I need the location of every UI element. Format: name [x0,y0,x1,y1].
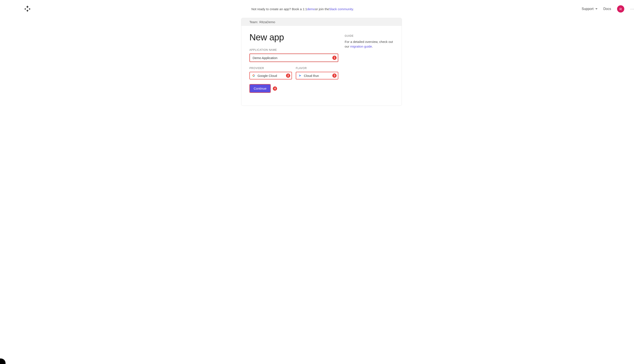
app-name-label: APPLICATION NAME [250,48,338,52]
more-icon[interactable]: ⋯ [630,6,634,11]
google-cloud-icon [252,74,255,77]
svg-marker-0 [299,74,301,77]
docs-link[interactable]: Docs [603,7,611,11]
provider-select[interactable]: Google Cloud [250,72,292,79]
guide-text-suffix: . [372,44,373,48]
annotation-badge-1: 1 [332,56,337,60]
cloud-run-icon [298,74,302,77]
banner-suffix: . [353,7,354,11]
flavor-label: FLAVOR [296,67,338,70]
banner-prefix: Not ready to create an app? Book a 1:1 [251,7,307,11]
avatar[interactable]: R [617,5,624,12]
banner-mid: or join the [315,7,329,11]
flavor-select[interactable]: Cloud Run [296,72,338,79]
chevron-down-icon [595,8,597,10]
team-header: Team: RitzaDemo [241,18,402,26]
demo-link[interactable]: demo [307,7,315,11]
slack-link[interactable]: Slack community [329,7,353,11]
flavor-value: Cloud Run [304,74,319,78]
provider-label: PROVIDER [250,67,292,70]
logo-icon [24,5,31,12]
guide-label: GUIDE [345,34,393,38]
continue-button[interactable]: Continue [250,84,270,92]
team-label: Team: [250,20,258,24]
page-title: New app [250,32,338,42]
topbar-right: Support Docs R ⋯ [582,5,635,12]
topbar-banner: Not ready to create an app? Book a 1:1 d… [24,7,582,11]
guide-panel: GUIDE For a detailed overview, check out… [345,32,393,93]
support-label: Support [582,7,594,11]
migration-guide-link[interactable]: migration guide [350,44,372,48]
topbar: Not ready to create an app? Book a 1:1 d… [0,0,643,18]
annotation-badge-2: 2 [286,74,290,78]
new-app-card: Team: RitzaDemo New app APPLICATION NAME… [241,18,402,106]
annotation-badge-4: 4 [273,86,277,91]
app-name-input[interactable] [250,54,338,62]
support-dropdown[interactable]: Support [582,7,597,11]
provider-value: Google Cloud [258,74,277,78]
annotation-badge-3: 3 [332,74,337,78]
team-name: RitzaDemo [259,20,275,24]
